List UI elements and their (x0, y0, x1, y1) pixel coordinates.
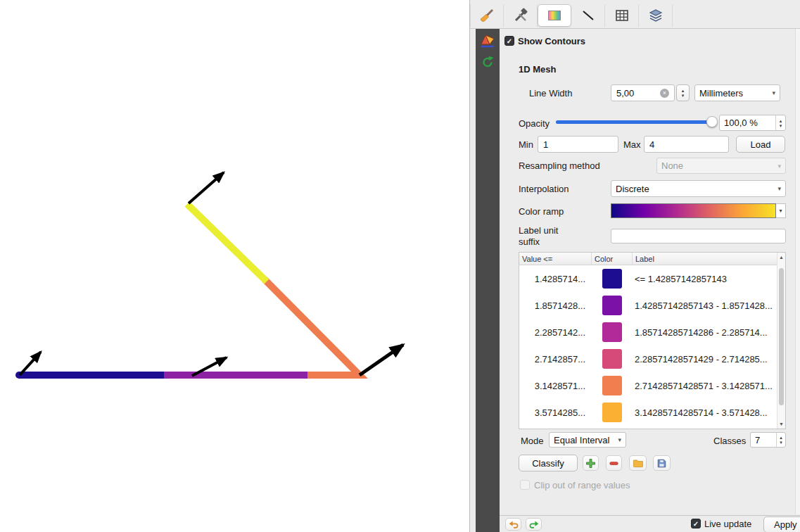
apply-button[interactable]: Apply (763, 517, 800, 532)
chevron-down-icon: ▾ (777, 185, 781, 192)
max-value: 4 (649, 139, 654, 150)
interpolation-select[interactable]: Discrete ▾ (611, 180, 786, 197)
min-input[interactable]: 1 (538, 136, 618, 153)
save-icon (656, 458, 667, 469)
show-contours-checkbox[interactable]: ✓ (504, 36, 514, 46)
line-width-label: Line Width (529, 88, 572, 99)
opacity-stepper[interactable]: ▴ ▾ (775, 115, 785, 130)
max-input[interactable]: 4 (644, 136, 729, 153)
panel-side-strip (476, 29, 500, 532)
scrollbar-thumb[interactable] (779, 268, 784, 405)
mode-value: Equal Interval (554, 435, 610, 445)
plus-icon (585, 458, 596, 469)
tab-general-settings[interactable] (504, 4, 538, 27)
show-contours-label: Show Contours (518, 36, 585, 46)
section-title: 1D Mesh (519, 64, 556, 75)
table-row[interactable]: 1.4285714... <= 1.42857142857143 (519, 265, 777, 292)
opacity-slider-fill (556, 120, 712, 124)
col-header-color[interactable]: Color (592, 253, 633, 265)
mode-select[interactable]: Equal Interval ▾ (549, 432, 626, 448)
undo-icon (509, 520, 519, 528)
color-ramp-preview[interactable] (611, 203, 776, 218)
interpolation-value: Discrete (616, 184, 649, 194)
color-ramp-widget[interactable]: ▾ (611, 203, 786, 218)
redo-icon (529, 520, 539, 528)
resampling-label: Resampling method (519, 160, 600, 171)
stepper-up-icon[interactable]: ▴ (780, 435, 782, 440)
scroll-up-icon[interactable]: ▲ (777, 255, 785, 260)
mesh-symbology-button[interactable] (478, 32, 497, 50)
tab-contours[interactable] (538, 4, 571, 27)
opacity-slider-handle[interactable] (706, 116, 718, 127)
folder-icon (633, 457, 644, 469)
line-width-unit-value: Millimeters (699, 88, 743, 99)
col-header-value[interactable]: Value <= (519, 253, 592, 265)
class-color-swatch[interactable] (602, 403, 622, 422)
tab-stacked-mesh[interactable] (639, 4, 673, 27)
chevron-down-icon: ▾ (618, 436, 621, 443)
class-label: <= 1.42857142857143 (633, 274, 777, 284)
class-color-swatch[interactable] (602, 349, 622, 369)
label-unit-suffix-input[interactable] (611, 229, 786, 243)
class-color-swatch[interactable] (602, 269, 622, 289)
class-label: 3.14285714285714 - 3.571428... (633, 407, 777, 418)
map-canvas[interactable] (0, 0, 469, 532)
opacity-slider[interactable] (556, 120, 712, 124)
stepper-up-icon[interactable]: ▴ (780, 118, 782, 123)
classes-label: Classes (713, 436, 746, 446)
class-value: 1.4285714... (519, 274, 592, 284)
min-label: Min (519, 139, 533, 150)
style-history-button[interactable] (478, 53, 497, 71)
table-row[interactable]: 3.1428571... 2.71428571428571 - 3.142857… (519, 372, 777, 399)
table-row[interactable]: 3.5714285... 3.14285714285714 - 3.571428… (519, 399, 777, 426)
line-width-value: 5,00 (616, 88, 634, 99)
opacity-spinbox[interactable]: 100,0 % ▴ ▾ (719, 115, 786, 131)
line-width-stepper[interactable]: ▴ ▾ (676, 84, 690, 101)
line-width-unit-select[interactable]: Millimeters ▾ (694, 84, 780, 101)
col-header-label[interactable]: Label (633, 253, 777, 265)
class-color-swatch[interactable] (602, 296, 622, 315)
table-row[interactable]: 2.2857142... 1.85714285714286 - 2.285714… (519, 319, 777, 346)
panel-scrollbar[interactable] (795, 29, 800, 514)
line-width-input[interactable]: 5,00 × (611, 84, 675, 101)
scroll-down-icon[interactable]: ▼ (777, 422, 785, 426)
tab-symbology[interactable] (470, 4, 504, 27)
save-ramp-button[interactable] (653, 455, 671, 471)
interpolation-label: Interpolation (519, 184, 569, 194)
classes-spinbox[interactable]: 7 ▴ ▾ (750, 432, 786, 448)
stepper-up-icon[interactable]: ▴ (682, 88, 685, 93)
chevron-down-icon: ▾ (772, 89, 775, 96)
stepper-down-icon[interactable]: ▾ (780, 123, 782, 128)
class-color-swatch[interactable] (602, 322, 622, 342)
table-row[interactable]: 2.7142857... 2.28571428571429 - 2.714285… (519, 346, 777, 372)
undo-button[interactable] (505, 518, 521, 531)
table-scrollbar[interactable]: ▲ ▼ (777, 253, 785, 429)
mesh-grid-icon (614, 8, 630, 23)
label-unit-suffix-label: Label unit suffix (519, 225, 575, 248)
load-ramp-button[interactable] (629, 455, 647, 471)
add-class-button[interactable] (583, 455, 599, 471)
clip-out-of-range-label: Clip out of range values (534, 480, 630, 490)
load-button[interactable]: Load (736, 136, 785, 153)
classes-stepper[interactable]: ▴ ▾ (776, 433, 785, 447)
stepper-down-icon[interactable]: ▾ (682, 93, 685, 98)
redo-button[interactable] (526, 518, 542, 531)
opacity-label: Opacity (519, 118, 550, 129)
mode-label: Mode (521, 436, 544, 446)
table-row[interactable]: 1.8571428... 1.42857142857143 - 1.857142… (519, 292, 777, 319)
class-color-swatch[interactable] (602, 376, 622, 395)
live-update-checkbox[interactable]: ✓ (691, 519, 701, 528)
qgis-window: ✓ Show Contours 1D Mesh Line Width 5,00 … (0, 0, 800, 532)
color-ramp-dropdown[interactable]: ▾ (776, 203, 786, 218)
classes-table[interactable]: Value <= Color Label 1.4285714... <= 1.4… (519, 252, 786, 429)
footer-divider (500, 515, 800, 516)
tab-vectors[interactable] (571, 4, 605, 27)
stepper-down-icon[interactable]: ▾ (780, 440, 782, 445)
remove-class-button[interactable] (606, 455, 622, 471)
class-value: 2.2857142... (519, 327, 592, 338)
tab-mesh-frame[interactable] (605, 4, 639, 27)
classify-button[interactable]: Classify (519, 455, 578, 471)
class-value: 2.7142857... (519, 354, 592, 365)
vector-line-icon (580, 8, 596, 23)
clear-icon[interactable]: × (660, 89, 669, 98)
